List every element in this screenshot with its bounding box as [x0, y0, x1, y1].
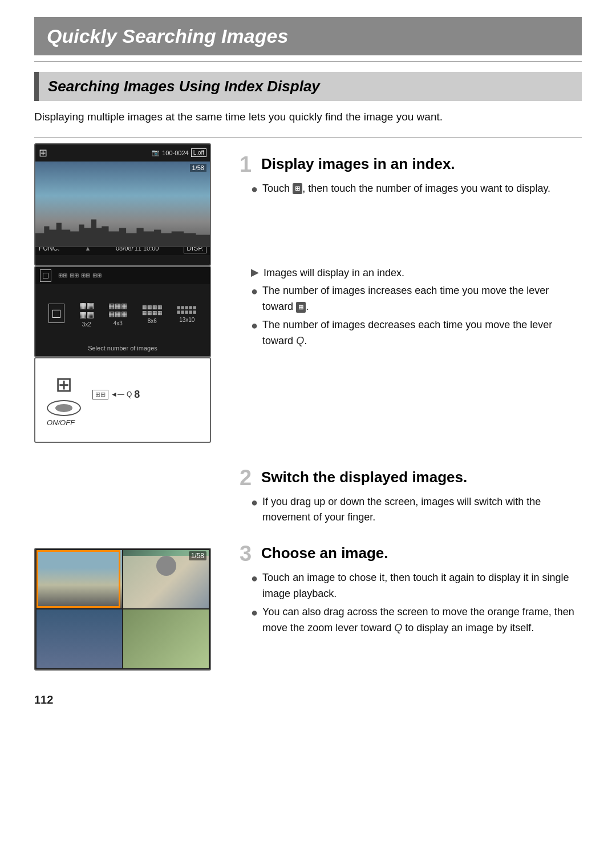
grid-8x6-icon: ⊞⊞	[81, 272, 90, 278]
q-icon-1: Q	[296, 335, 304, 346]
lever-grid-label: ⊞⊞	[92, 390, 108, 399]
index-photo-screen: 1/58	[34, 548, 211, 671]
lever-q-label: Q	[127, 390, 132, 398]
photo-number: 📷	[152, 149, 160, 156]
lever-number: 8	[134, 389, 140, 401]
page-number: 112	[34, 693, 582, 706]
step3-bullet-text-1: Touch an image to chose it, then touch i…	[262, 570, 582, 602]
section-title: Searching Images Using Index Display	[34, 72, 582, 101]
on-off-label: ON/OFF	[47, 418, 75, 427]
sub-bullet-2-text: The number of images decreases each time…	[262, 317, 582, 349]
3x2-label: 3x2	[82, 321, 91, 328]
dial-inner	[55, 404, 72, 412]
lever-icons: ⊞	[47, 373, 81, 416]
8x6-option-icon: ▦▦▦▦▦▦▦▦	[142, 304, 163, 316]
step1-header: 1 Display images in an index.	[240, 154, 582, 175]
q-icon-2: Q	[394, 622, 402, 633]
step1-bullet-1: ● Touch ⊞, then touch the number of imag…	[251, 181, 582, 197]
step3-header: 3 Choose an image.	[240, 543, 582, 564]
step3-bullets: ● Touch an image to chose it, then touch…	[251, 570, 582, 636]
photo-dark	[37, 609, 122, 668]
bullet-dot-step3-1: ●	[251, 570, 258, 586]
lever-zoom-row: ⊞⊞ ◄— Q 8	[92, 389, 140, 401]
step1-sub-bullet-arrow: ▶ Images will display in an index.	[251, 265, 582, 281]
skyline-photo-area: 1/58	[35, 162, 210, 241]
step3-title: Choose an image.	[261, 545, 388, 562]
index-option-4x3[interactable]: ▦▦▦▦▦▦ 4x3	[108, 302, 127, 326]
photo-people	[123, 556, 209, 609]
bullet-dot-1: ●	[251, 181, 258, 197]
13x10-option-icon: ▦▦▦▦▦▦▦▦▦▦	[177, 305, 197, 314]
page: Quickly Searching Images Searching Image…	[0, 0, 616, 868]
step1-right: 1 Display images in an index. ● Touch ⊞,…	[240, 143, 582, 355]
step1-sub-bullets: ▶ Images will display in an index. ● The…	[251, 265, 582, 349]
photo-landscape	[37, 550, 122, 609]
index-screen: □ ⊞⊞ ⊞⊞ ⊞⊞ ⊞⊞ □ ▦▦▦▦ 3x2	[34, 266, 211, 357]
step3-bullet-1: ● Touch an image to chose it, then touch…	[251, 570, 582, 602]
index-option-8x6[interactable]: ▦▦▦▦▦▦▦▦ 8x6	[142, 304, 163, 324]
main-title: Quickly Searching Images	[34, 17, 582, 55]
camera-body-icon: ⊞	[55, 373, 72, 397]
steps-lower-left: 1/58	[34, 457, 222, 671]
13x10-label: 13x10	[179, 317, 194, 323]
step1-number: 1	[240, 154, 256, 175]
single-option-icon: □	[48, 304, 65, 323]
index-caption: Select number of images	[35, 345, 210, 356]
photo-cell-4	[123, 609, 209, 668]
grid-13x10-icon: ⊞⊞	[92, 272, 102, 278]
step1-bullets: ● Touch ⊞, then touch the number of imag…	[251, 181, 582, 197]
index-top-icons: □ ⊞⊞ ⊞⊞ ⊞⊞ ⊞⊞	[40, 269, 102, 282]
step2-spacer	[34, 457, 222, 548]
photo-cell-1	[37, 550, 122, 609]
steps-lower-right: 2 Switch the displayed images. ● If you …	[240, 457, 582, 671]
step2-bullet-text: If you drag up or down the screen, image…	[262, 494, 582, 526]
lever-right: ⊞⊞ ◄— Q 8	[92, 389, 140, 401]
bullet-dot-step3-2: ●	[251, 604, 258, 620]
person-head-1	[156, 556, 176, 576]
arrow-icon-1: ▶	[251, 265, 259, 280]
step2-header: 2 Switch the displayed images.	[240, 467, 582, 488]
camera-top-right: 📷 100-0024 L.off	[152, 148, 206, 157]
skyline-photo	[35, 162, 210, 247]
step1-title: Display images in an index.	[261, 156, 455, 173]
bullet-dot-step2-1: ●	[251, 494, 258, 510]
sub-bullet-arrow-text: Images will display in an index.	[264, 265, 404, 281]
grid-inline-icon-2: ⊞	[296, 302, 306, 313]
dial-icon	[47, 400, 81, 416]
frame-count: 1/58	[190, 164, 206, 172]
step1-bullet-text: Touch ⊞, then touch the number of images…	[262, 181, 550, 197]
grid-3x2-icon: ⊞⊞	[58, 272, 67, 278]
photo-nature	[123, 609, 209, 668]
step1-sub-area: ▶ Images will display in an index. ● The…	[240, 265, 582, 349]
step2-bullet-1: ● If you drag up or down the screen, ima…	[251, 494, 582, 526]
camera-grid-icon: ⊞	[39, 147, 47, 159]
camera-screen-top: ⊞ 📷 100-0024 L.off	[35, 144, 210, 162]
photo-code: 100-0024	[162, 150, 189, 156]
bullet-dot-sub-2: ●	[251, 317, 258, 333]
step3-bullet-2: ● You can also drag across the screen to…	[251, 604, 582, 636]
step2-number: 2	[240, 467, 256, 488]
steps-lower: 1/58 2 Switch the displayed images. ● If…	[34, 457, 582, 671]
bullet-dot-sub-1: ●	[251, 283, 258, 299]
index-option-13x10[interactable]: ▦▦▦▦▦▦▦▦▦▦ 13x10	[177, 305, 197, 323]
index-photo-counter: 1/58	[189, 551, 206, 560]
single-image-icon: □	[40, 269, 51, 282]
4x3-option-icon: ▦▦▦▦▦▦	[108, 302, 127, 318]
main-title-text: Quickly Searching Images	[47, 25, 288, 47]
loff-badge: L.off	[191, 148, 206, 157]
grid-4x3-icon: ⊞⊞	[70, 272, 79, 278]
3x2-option-icon: ▦▦▦▦	[79, 301, 94, 319]
lever-screen: ⊞ ⊞⊞ ◄— Q 8 ON/OFF	[34, 357, 211, 443]
grid-inline-icon: ⊞	[293, 183, 302, 194]
index-option-3x2[interactable]: ▦▦▦▦ 3x2	[79, 301, 94, 328]
step3-bullet-text-2: You can also drag across the screen to m…	[262, 604, 582, 636]
step3-number: 3	[240, 543, 256, 564]
lever-content: ⊞ ⊞⊞ ◄— Q 8	[47, 373, 198, 416]
index-option-single[interactable]: □	[48, 304, 65, 325]
step1-sub-bullet-1: ● The number of images increases each ti…	[251, 283, 582, 315]
step1-left-images: ⊞ 📷 100-0024 L.off 1/58 FUNC. ▲	[34, 143, 222, 443]
photo-cell-3	[37, 609, 122, 668]
step1-area: ⊞ 📷 100-0024 L.off 1/58 FUNC. ▲	[34, 143, 582, 443]
intro-text: Displaying multiple images at the same t…	[34, 109, 582, 126]
index-screen-top: □ ⊞⊞ ⊞⊞ ⊞⊞ ⊞⊞	[35, 267, 210, 284]
